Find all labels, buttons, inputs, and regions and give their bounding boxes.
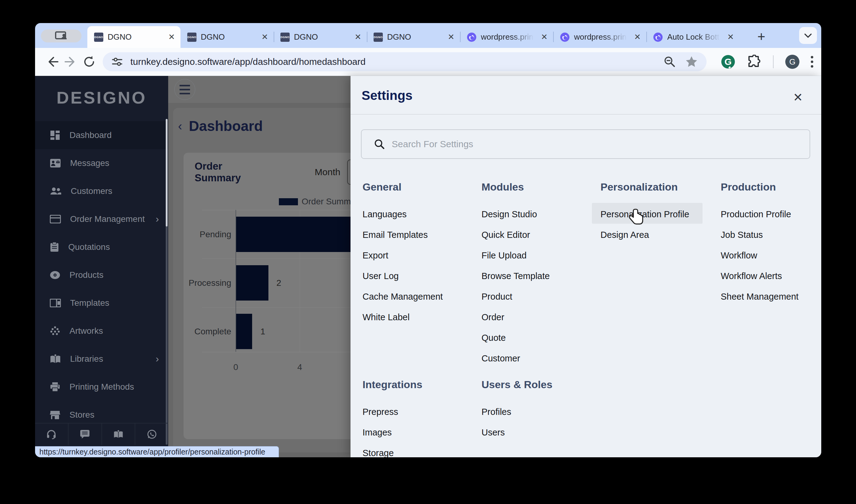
tab-close-icon[interactable]: ✕: [168, 32, 175, 42]
settings-item-job-status[interactable]: Job Status: [721, 224, 821, 245]
close-icon[interactable]: ✕: [793, 91, 803, 104]
sidebar-item-libraries[interactable]: Libraries ›: [35, 345, 168, 373]
sidebar-item-printing-methods[interactable]: Printing Methods: [35, 373, 168, 401]
chat-icon: [80, 430, 90, 439]
settings-item-email-templates[interactable]: Email Templates: [362, 224, 479, 245]
browser-toolbar: turnkey.designo.software/app/dashboard/h…: [35, 48, 821, 76]
settings-search-input[interactable]: Search For Settings: [361, 129, 810, 159]
toolbar-divider: [773, 55, 773, 68]
sidebar-item-label: Order Management: [70, 214, 156, 224]
tab-close-icon[interactable]: ✕: [355, 32, 361, 42]
settings-column-users-roles: Users & Roles Profiles Users: [482, 379, 598, 443]
settings-item-storage[interactable]: Storage: [362, 443, 479, 457]
sidebar-item-label: Templates: [70, 298, 159, 308]
search-placeholder: Search For Settings: [392, 139, 473, 149]
forward-button[interactable]: [61, 53, 80, 71]
bookmark-button[interactable]: [685, 55, 698, 68]
settings-item-user-log[interactable]: User Log: [362, 266, 479, 286]
sidebar-item-quotations[interactable]: Quotations: [35, 233, 168, 261]
back-chevron-icon[interactable]: ‹: [178, 119, 182, 133]
tab-title: DGNO: [201, 32, 259, 42]
site-settings-icon[interactable]: [111, 56, 123, 68]
tab-auto-lock-bot[interactable]: Auto Lock Bott ✕: [646, 26, 739, 48]
back-button[interactable]: [43, 53, 61, 71]
browser-menu-button[interactable]: [810, 55, 814, 69]
app-sidebar: DESIGNO Dashboard Messages: [35, 76, 168, 457]
settings-item-production-profile[interactable]: Production Profile: [721, 204, 821, 224]
tab-wordpress-1[interactable]: wordpress.prin ✕: [460, 26, 553, 48]
reload-button[interactable]: [80, 53, 99, 71]
sidebar-item-customers[interactable]: Customers: [35, 177, 168, 205]
bar-pending: [236, 217, 365, 252]
settings-item-workflow-alerts[interactable]: Workflow Alerts: [721, 266, 821, 286]
settings-item-workflow[interactable]: Workflow: [721, 245, 821, 266]
tab-dgno-3[interactable]: DGNO DGNO ✕: [274, 26, 367, 48]
settings-item-cache-management[interactable]: Cache Management: [362, 286, 479, 307]
chat-button[interactable]: [68, 424, 102, 445]
svg-text:G: G: [725, 56, 731, 67]
settings-item-file-upload[interactable]: File Upload: [482, 245, 598, 266]
x-tick-4: 4: [297, 362, 302, 372]
x-tick-0: 0: [233, 362, 238, 372]
settings-item-quick-editor[interactable]: Quick Editor: [482, 224, 598, 245]
settings-item-order[interactable]: Order: [482, 307, 598, 328]
new-tab-button[interactable]: +: [752, 28, 770, 46]
url-text[interactable]: turnkey.designo.software/app/dashboard/h…: [130, 56, 654, 67]
tab-close-icon[interactable]: ✕: [634, 32, 641, 42]
search-icon: [374, 139, 385, 150]
settings-item-browse-template[interactable]: Browse Template: [482, 266, 598, 286]
settings-item-design-studio[interactable]: Design Studio: [482, 204, 598, 224]
knowledge-base-button[interactable]: [102, 424, 135, 445]
settings-item-export[interactable]: Export: [362, 245, 479, 266]
support-button[interactable]: [35, 424, 68, 445]
whatsapp-button[interactable]: [135, 424, 168, 445]
settings-item-customer[interactable]: Customer: [482, 348, 598, 369]
sidebar-item-artworks[interactable]: Artworks: [35, 317, 168, 345]
messages-icon: [50, 159, 61, 168]
settings-item-prepress[interactable]: Prepress: [362, 402, 479, 422]
section-title: Integrations: [362, 379, 479, 391]
sidebar-item-templates[interactable]: Templates: [35, 289, 168, 317]
settings-item-profiles[interactable]: Profiles: [482, 402, 598, 422]
grammarly-extension-button[interactable]: G: [721, 54, 735, 69]
settings-item-users[interactable]: Users: [482, 422, 598, 443]
sidebar-scrollbar-thumb[interactable]: [166, 119, 167, 227]
zoom-out-icon: [663, 56, 676, 68]
sidebar-item-products[interactable]: Products: [35, 261, 168, 289]
back-arrow-icon: [46, 55, 59, 69]
settings-column-integrations: Integrations Prepress Images Storage: [362, 379, 479, 457]
settings-item-images[interactable]: Images: [362, 422, 479, 443]
tab-overflow-button[interactable]: [799, 27, 817, 44]
address-bar[interactable]: turnkey.designo.software/app/dashboard/h…: [103, 52, 707, 71]
dgno-favicon: DGNO: [281, 33, 290, 42]
reload-icon: [83, 55, 96, 69]
sidebar-item-order-management[interactable]: Order Management ›: [35, 205, 168, 233]
tab-close-icon[interactable]: ✕: [727, 32, 734, 42]
sidebar-item-messages[interactable]: Messages: [35, 149, 168, 177]
settings-item-languages[interactable]: Languages: [362, 204, 479, 224]
tab-dgno-1[interactable]: DGNO DGNO ✕: [87, 26, 180, 48]
settings-item-personalization-profile[interactable]: Personalization Profile: [601, 204, 717, 224]
window-controls-pill[interactable]: [41, 30, 82, 42]
settings-item-product[interactable]: Product: [482, 286, 598, 307]
tab-wordpress-2[interactable]: wordpress.prin ✕: [553, 26, 646, 48]
settings-item-white-label[interactable]: White Label: [362, 307, 479, 328]
section-title: Users & Roles: [482, 379, 598, 391]
tab-dgno-4[interactable]: DGNO DGNO ✕: [367, 26, 460, 48]
settings-item-sheet-management[interactable]: Sheet Management: [721, 286, 821, 307]
settings-item-design-area[interactable]: Design Area: [601, 224, 717, 245]
zoom-indicator-button[interactable]: [663, 56, 676, 68]
tab-close-icon[interactable]: ✕: [261, 32, 268, 42]
menu-toggle-button[interactable]: [174, 79, 195, 100]
sidebar-item-dashboard[interactable]: Dashboard: [35, 121, 168, 149]
tab-close-icon[interactable]: ✕: [541, 32, 548, 42]
profile-avatar[interactable]: G: [785, 55, 799, 69]
tab-dgno-2[interactable]: DGNO DGNO ✕: [180, 26, 274, 48]
tab-title: wordpress.prin: [481, 32, 538, 42]
sidebar-item-label: Messages: [70, 158, 159, 168]
legend-swatch: [279, 198, 298, 205]
settings-item-quote[interactable]: Quote: [482, 328, 598, 348]
tab-close-icon[interactable]: ✕: [448, 32, 454, 42]
sidebar-item-label: Quotations: [68, 242, 159, 252]
extensions-button[interactable]: [747, 55, 761, 69]
